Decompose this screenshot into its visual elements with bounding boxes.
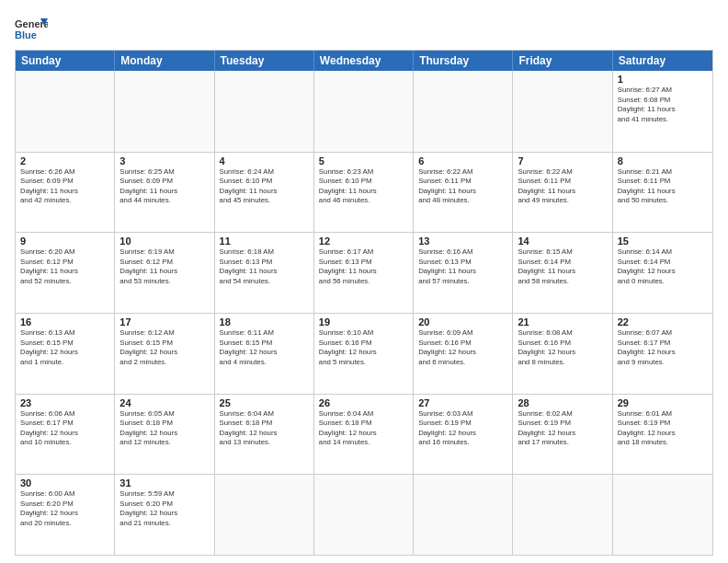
day-number: 30	[20, 477, 109, 488]
day-info: Sunrise: 6:15 AM Sunset: 6:14 PM Dayligh…	[518, 247, 607, 286]
day-cell-26: 26Sunrise: 6:04 AM Sunset: 6:18 PM Dayli…	[314, 395, 414, 475]
day-cell-8: 8Sunrise: 6:21 AM Sunset: 6:11 PM Daylig…	[613, 153, 712, 233]
day-info: Sunrise: 6:25 AM Sunset: 6:09 PM Dayligh…	[119, 167, 209, 206]
day-number: 4	[220, 155, 309, 167]
calendar-page: General Blue SundayMondayTuesdayWednesda…	[0, 0, 728, 563]
day-info: Sunrise: 6:22 AM Sunset: 6:11 PM Dayligh…	[418, 167, 507, 206]
day-cell-30: 30Sunrise: 6:00 AM Sunset: 6:20 PM Dayli…	[16, 475, 115, 555]
day-number: 19	[319, 316, 408, 327]
weekday-header-sunday: Sunday	[16, 51, 115, 71]
day-info: Sunrise: 6:00 AM Sunset: 6:20 PM Dayligh…	[20, 489, 109, 528]
day-number: 24	[119, 397, 209, 408]
weekday-header-tuesday: Tuesday	[215, 51, 314, 71]
calendar-row-2: 9Sunrise: 6:20 AM Sunset: 6:12 PM Daylig…	[16, 232, 712, 313]
empty-cell-r5c4	[414, 475, 513, 555]
day-number: 2	[20, 155, 109, 167]
day-number: 31	[119, 477, 209, 488]
day-number: 20	[418, 316, 507, 327]
day-cell-5: 5Sunrise: 6:23 AM Sunset: 6:10 PM Daylig…	[314, 153, 414, 233]
day-info: Sunrise: 6:23 AM Sunset: 6:10 PM Dayligh…	[319, 167, 408, 206]
calendar-row-5: 30Sunrise: 6:00 AM Sunset: 6:20 PM Dayli…	[16, 474, 712, 555]
day-info: Sunrise: 6:09 AM Sunset: 6:16 PM Dayligh…	[418, 328, 507, 367]
empty-cell-r0c5	[513, 71, 612, 152]
empty-cell-r5c2	[215, 475, 314, 555]
empty-cell-r0c1	[115, 71, 214, 152]
empty-cell-r5c5	[513, 475, 612, 555]
day-info: Sunrise: 6:04 AM Sunset: 6:18 PM Dayligh…	[220, 409, 309, 448]
day-number: 12	[319, 236, 408, 247]
day-number: 3	[119, 155, 209, 167]
day-number: 8	[618, 155, 708, 167]
day-cell-10: 10Sunrise: 6:19 AM Sunset: 6:12 PM Dayli…	[115, 233, 214, 313]
calendar-body: 1Sunrise: 6:27 AM Sunset: 6:08 PM Daylig…	[16, 71, 712, 555]
day-number: 15	[618, 236, 708, 247]
day-info: Sunrise: 6:08 AM Sunset: 6:16 PM Dayligh…	[518, 328, 607, 367]
day-number: 21	[518, 316, 607, 327]
day-info: Sunrise: 6:13 AM Sunset: 6:15 PM Dayligh…	[20, 328, 109, 367]
day-cell-24: 24Sunrise: 6:05 AM Sunset: 6:18 PM Dayli…	[115, 395, 214, 475]
day-number: 28	[518, 397, 607, 408]
day-info: Sunrise: 6:05 AM Sunset: 6:18 PM Dayligh…	[119, 409, 209, 448]
weekday-header-monday: Monday	[115, 51, 214, 71]
day-cell-16: 16Sunrise: 6:13 AM Sunset: 6:15 PM Dayli…	[16, 314, 115, 394]
day-info: Sunrise: 6:21 AM Sunset: 6:11 PM Dayligh…	[618, 167, 708, 206]
day-info: Sunrise: 6:24 AM Sunset: 6:10 PM Dayligh…	[220, 167, 309, 206]
weekday-header-thursday: Thursday	[414, 51, 513, 71]
day-info: Sunrise: 6:02 AM Sunset: 6:19 PM Dayligh…	[518, 409, 607, 448]
day-info: Sunrise: 6:12 AM Sunset: 6:15 PM Dayligh…	[119, 328, 209, 367]
day-cell-17: 17Sunrise: 6:12 AM Sunset: 6:15 PM Dayli…	[115, 314, 214, 394]
day-info: Sunrise: 6:10 AM Sunset: 6:16 PM Dayligh…	[319, 328, 408, 367]
logo: General Blue	[15, 15, 48, 42]
day-number: 11	[220, 236, 309, 247]
day-number: 18	[220, 316, 309, 327]
day-info: Sunrise: 6:06 AM Sunset: 6:17 PM Dayligh…	[20, 409, 109, 448]
day-number: 29	[618, 397, 708, 408]
calendar-row-4: 23Sunrise: 6:06 AM Sunset: 6:17 PM Dayli…	[16, 394, 712, 475]
weekday-header-friday: Friday	[513, 51, 612, 71]
day-cell-13: 13Sunrise: 6:16 AM Sunset: 6:13 PM Dayli…	[414, 233, 513, 313]
day-number: 26	[319, 397, 408, 408]
day-number: 14	[518, 236, 607, 247]
day-info: Sunrise: 6:20 AM Sunset: 6:12 PM Dayligh…	[20, 247, 109, 286]
day-cell-29: 29Sunrise: 6:01 AM Sunset: 6:19 PM Dayli…	[613, 395, 712, 475]
calendar-row-3: 16Sunrise: 6:13 AM Sunset: 6:15 PM Dayli…	[16, 313, 712, 394]
day-cell-11: 11Sunrise: 6:18 AM Sunset: 6:13 PM Dayli…	[215, 233, 314, 313]
day-cell-15: 15Sunrise: 6:14 AM Sunset: 6:14 PM Dayli…	[613, 233, 712, 313]
day-info: Sunrise: 6:16 AM Sunset: 6:13 PM Dayligh…	[418, 247, 507, 286]
day-cell-19: 19Sunrise: 6:10 AM Sunset: 6:16 PM Dayli…	[314, 314, 414, 394]
day-number: 1	[618, 74, 708, 85]
weekday-header-wednesday: Wednesday	[314, 51, 414, 71]
day-cell-22: 22Sunrise: 6:07 AM Sunset: 6:17 PM Dayli…	[613, 314, 712, 394]
day-number: 23	[20, 397, 109, 408]
empty-cell-r0c0	[16, 71, 115, 152]
day-info: Sunrise: 6:22 AM Sunset: 6:11 PM Dayligh…	[518, 167, 607, 206]
day-info: Sunrise: 6:11 AM Sunset: 6:15 PM Dayligh…	[220, 328, 309, 367]
empty-cell-r0c4	[414, 71, 513, 152]
svg-text:Blue: Blue	[15, 29, 37, 40]
calendar-header: SundayMondayTuesdayWednesdayThursdayFrid…	[16, 51, 712, 71]
day-info: Sunrise: 6:03 AM Sunset: 6:19 PM Dayligh…	[418, 409, 507, 448]
day-info: Sunrise: 6:07 AM Sunset: 6:17 PM Dayligh…	[618, 328, 708, 367]
day-cell-6: 6Sunrise: 6:22 AM Sunset: 6:11 PM Daylig…	[414, 153, 513, 233]
day-info: Sunrise: 6:01 AM Sunset: 6:19 PM Dayligh…	[618, 409, 708, 448]
day-cell-12: 12Sunrise: 6:17 AM Sunset: 6:13 PM Dayli…	[314, 233, 414, 313]
day-number: 22	[618, 316, 708, 327]
day-number: 9	[20, 236, 109, 247]
day-info: Sunrise: 5:59 AM Sunset: 6:20 PM Dayligh…	[119, 489, 209, 528]
day-cell-3: 3Sunrise: 6:25 AM Sunset: 6:09 PM Daylig…	[115, 153, 214, 233]
day-info: Sunrise: 6:18 AM Sunset: 6:13 PM Dayligh…	[220, 247, 309, 286]
day-number: 25	[220, 397, 309, 408]
day-number: 27	[418, 397, 507, 408]
day-info: Sunrise: 6:04 AM Sunset: 6:18 PM Dayligh…	[319, 409, 408, 448]
day-number: 17	[119, 316, 209, 327]
day-number: 16	[20, 316, 109, 327]
day-cell-31: 31Sunrise: 5:59 AM Sunset: 6:20 PM Dayli…	[115, 475, 214, 555]
empty-cell-r5c6	[613, 475, 712, 555]
empty-cell-r0c2	[215, 71, 314, 152]
day-cell-25: 25Sunrise: 6:04 AM Sunset: 6:18 PM Dayli…	[215, 395, 314, 475]
day-cell-27: 27Sunrise: 6:03 AM Sunset: 6:19 PM Dayli…	[414, 395, 513, 475]
header: General Blue	[15, 15, 713, 42]
day-number: 10	[119, 236, 209, 247]
weekday-header-saturday: Saturday	[613, 51, 712, 71]
day-cell-9: 9Sunrise: 6:20 AM Sunset: 6:12 PM Daylig…	[16, 233, 115, 313]
